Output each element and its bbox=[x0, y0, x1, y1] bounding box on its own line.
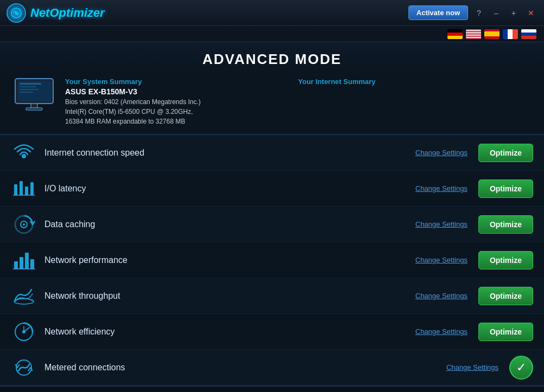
internet-connection-speed-label: Internet connection speed bbox=[44, 148, 415, 158]
help-button[interactable]: ? bbox=[472, 7, 485, 20]
svg-rect-5 bbox=[20, 86, 36, 87]
maximize-button[interactable]: + bbox=[507, 7, 520, 20]
svg-rect-14 bbox=[30, 182, 34, 195]
network-performance-change-settings[interactable]: Change Settings bbox=[415, 256, 468, 264]
close-button[interactable]: ✕ bbox=[524, 7, 537, 20]
system-ram: 16384 MB RAM expandable to 32768 MB bbox=[65, 117, 298, 126]
data-caching-change-settings[interactable]: Change Settings bbox=[415, 220, 468, 228]
app-title: NetOptimizer bbox=[30, 6, 105, 20]
io-latency-change-settings[interactable]: Change Settings bbox=[415, 184, 468, 192]
svg-rect-7 bbox=[20, 92, 33, 93]
internet-connection-speed-icon bbox=[11, 140, 37, 166]
logo-area: NetOptimizer bbox=[7, 3, 105, 23]
flag-spanish[interactable] bbox=[484, 29, 500, 39]
svg-rect-11 bbox=[14, 184, 17, 195]
network-efficiency-label: Network efficiency bbox=[44, 327, 415, 337]
network-efficiency-icon bbox=[11, 319, 37, 345]
system-info-area: Your System Summary ASUS EX-B150M-V3 Bio… bbox=[0, 73, 544, 135]
list-item-network-efficiency: Network efficiencyChange SettingsOptimiz… bbox=[0, 314, 544, 350]
svg-rect-19 bbox=[20, 257, 23, 269]
svg-rect-12 bbox=[20, 181, 23, 195]
internet-summary-area: Your Internet Summary bbox=[298, 78, 532, 86]
internet-summary-label: Your Internet Summary bbox=[298, 78, 532, 86]
io-latency-optimize-button[interactable]: Optimize bbox=[478, 179, 533, 198]
flag-english[interactable] bbox=[466, 29, 481, 39]
list-item-io-latency: I/O latencyChange SettingsOptimize bbox=[0, 171, 544, 207]
network-throughput-label: Network throughput bbox=[44, 291, 415, 301]
io-latency-icon bbox=[11, 176, 37, 202]
network-efficiency-optimize-button[interactable]: Optimize bbox=[478, 323, 533, 341]
svg-rect-9 bbox=[26, 108, 42, 110]
data-caching-icon bbox=[11, 211, 37, 237]
svg-rect-13 bbox=[25, 187, 28, 195]
data-caching-optimize-button[interactable]: Optimize bbox=[478, 215, 533, 234]
list-item-network-performance: Network performanceChange SettingsOptimi… bbox=[0, 242, 544, 278]
metered-connections-change-settings[interactable]: Change Settings bbox=[446, 363, 498, 371]
svg-line-26 bbox=[24, 327, 29, 332]
svg-rect-21 bbox=[30, 259, 34, 269]
svg-rect-4 bbox=[20, 83, 41, 85]
network-performance-icon bbox=[11, 247, 37, 273]
system-text: Your System Summary ASUS EX-B150M-V3 Bio… bbox=[65, 78, 298, 126]
titlebar: NetOptimizer Activate now ? – + ✕ bbox=[0, 0, 544, 26]
network-throughput-change-settings[interactable]: Change Settings bbox=[415, 292, 468, 300]
titlebar-controls: Activate now ? – + ✕ bbox=[408, 5, 537, 20]
settings-list: Internet connection speedChange Settings… bbox=[0, 135, 544, 385]
list-item-network-throughput: Network throughputChange SettingsOptimiz… bbox=[0, 278, 544, 314]
svg-point-17 bbox=[23, 223, 25, 226]
list-item-data-caching: Data cachingChange SettingsOptimize bbox=[0, 207, 544, 242]
svg-point-10 bbox=[22, 154, 26, 158]
network-throughput-icon bbox=[11, 283, 37, 309]
list-item-internet-connection-speed: Internet connection speedChange Settings… bbox=[0, 135, 544, 171]
app-icon bbox=[7, 3, 26, 23]
internet-connection-speed-change-settings[interactable]: Change Settings bbox=[415, 149, 468, 157]
data-caching-label: Data caching bbox=[44, 220, 415, 229]
system-bios: Bios version: 0402 (American Megatrends … bbox=[65, 97, 298, 107]
svg-rect-6 bbox=[20, 89, 39, 90]
svg-rect-20 bbox=[25, 253, 29, 269]
io-latency-label: I/O latency bbox=[44, 184, 415, 194]
network-performance-label: Network performance bbox=[44, 255, 415, 265]
network-throughput-optimize-button[interactable]: Optimize bbox=[478, 287, 533, 305]
list-item-metered-connections: Metered connectionsChange Settings✓ bbox=[0, 350, 544, 385]
activate-button[interactable]: Activate now bbox=[408, 5, 468, 20]
page-title-area: ADVANCED MODE bbox=[0, 42, 544, 73]
system-model: ASUS EX-B150M-V3 bbox=[65, 87, 298, 96]
system-cpu: Intel(R) Core(TM) i5-6500 CPU @ 3.20GHz, bbox=[65, 107, 298, 117]
page-title: ADVANCED MODE bbox=[0, 51, 544, 68]
metered-connections-icon bbox=[11, 355, 37, 381]
internet-connection-speed-optimize-button[interactable]: Optimize bbox=[478, 144, 533, 162]
network-efficiency-change-settings[interactable]: Change Settings bbox=[415, 327, 468, 336]
svg-rect-8 bbox=[31, 104, 37, 108]
minimize-button[interactable]: – bbox=[490, 7, 503, 20]
flag-russian[interactable] bbox=[521, 29, 536, 39]
language-bar bbox=[0, 26, 544, 42]
network-performance-optimize-button[interactable]: Optimize bbox=[478, 251, 533, 269]
svg-point-1 bbox=[15, 12, 17, 14]
metered-connections-done-icon: ✓ bbox=[509, 356, 533, 380]
flag-german[interactable] bbox=[447, 29, 463, 39]
monitor-icon bbox=[13, 78, 56, 113]
footer: Save Load Reset to OS Defaults Back Rese… bbox=[0, 385, 544, 392]
system-summary-label: Your System Summary bbox=[65, 78, 298, 86]
metered-connections-label: Metered connections bbox=[44, 363, 446, 372]
flag-french[interactable] bbox=[503, 29, 518, 39]
svg-rect-18 bbox=[14, 261, 18, 269]
